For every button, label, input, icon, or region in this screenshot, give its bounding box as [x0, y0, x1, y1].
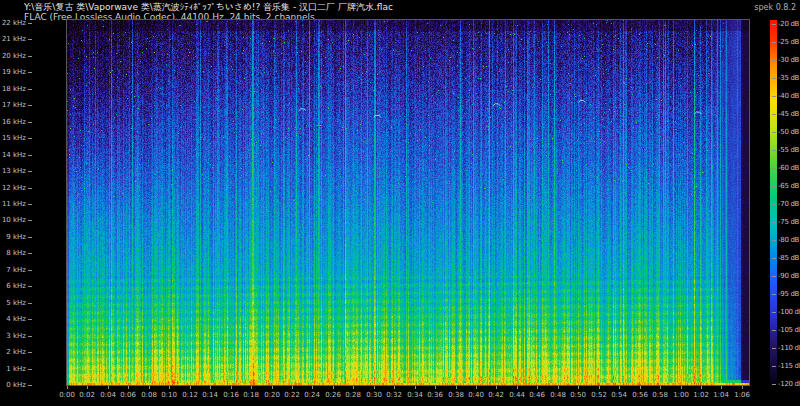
app-version-label: spek 0.8.2 [754, 3, 796, 12]
time-tick-mark [619, 386, 620, 389]
freq-tick-label: 16 kHz [0, 118, 26, 126]
freq-tick-mark [28, 369, 32, 370]
freq-tick-mark [28, 171, 32, 172]
time-tick-mark [231, 386, 232, 389]
freq-tick-mark [28, 56, 32, 57]
freq-tick-mark [28, 237, 32, 238]
time-tick-mark [128, 386, 129, 389]
freq-tick-label: 1 kHz [0, 365, 26, 373]
freq-tick-mark [28, 122, 32, 123]
db-tick-label: -60 dB [778, 164, 799, 172]
db-tick-mark [772, 114, 776, 115]
freq-tick-mark [28, 336, 32, 337]
db-tick-label: -20 dB [778, 20, 799, 28]
freq-tick-mark [28, 220, 32, 221]
freq-tick-label: 6 kHz [0, 282, 26, 290]
freq-tick-label: 14 kHz [0, 151, 26, 159]
time-tick-mark [456, 386, 457, 389]
time-tick-mark [169, 386, 170, 389]
spectrogram-plot-frame [66, 19, 750, 386]
freq-tick-mark [28, 39, 32, 40]
db-tick-label: -50 dB [778, 128, 799, 136]
db-tick-label: -75 dB [778, 218, 799, 226]
db-tick-mark [772, 312, 776, 313]
freq-tick-label: 18 kHz [0, 85, 26, 93]
freq-tick-label: 10 kHz [0, 216, 26, 224]
freq-tick-label: 13 kHz [0, 167, 26, 175]
freq-tick-label: 3 kHz [0, 332, 26, 340]
time-tick-mark [640, 386, 641, 389]
time-tick-mark [272, 386, 273, 389]
freq-tick-mark [28, 188, 32, 189]
freq-tick-label: 4 kHz [0, 315, 26, 323]
db-tick-label: -30 dB [778, 56, 799, 64]
time-tick-label: 1:06 [728, 391, 756, 399]
freq-tick-mark [28, 352, 32, 353]
db-tick-mark [772, 60, 776, 61]
db-tick-mark [772, 132, 776, 133]
freq-tick-label: 19 kHz [0, 68, 26, 76]
freq-tick-mark [28, 253, 32, 254]
db-tick-mark [772, 366, 776, 367]
db-tick-label: -65 dB [778, 182, 799, 190]
time-tick-mark [149, 386, 150, 389]
freq-tick-mark [28, 303, 32, 304]
time-tick-mark [353, 386, 354, 389]
freq-tick-mark [28, 23, 32, 24]
freq-tick-label: 20 kHz [0, 52, 26, 60]
freq-tick-mark [28, 385, 32, 386]
db-tick-mark [772, 384, 776, 385]
freq-tick-label: 9 kHz [0, 233, 26, 241]
time-tick-mark [108, 386, 109, 389]
db-tick-label: -110 dB [778, 344, 800, 352]
freq-tick-label: 11 kHz [0, 200, 26, 208]
freq-tick-mark [28, 286, 32, 287]
time-tick-mark [210, 386, 211, 389]
freq-tick-mark [28, 204, 32, 205]
time-tick-mark [251, 386, 252, 389]
time-tick-mark [496, 386, 497, 389]
db-tick-mark [772, 276, 776, 277]
time-tick-mark [67, 386, 68, 389]
db-tick-label: -45 dB [778, 110, 799, 118]
freq-tick-mark [28, 72, 32, 73]
db-tick-label: -85 dB [778, 254, 799, 262]
db-tick-label: -100 dB [778, 308, 800, 316]
time-tick-mark [660, 386, 661, 389]
db-tick-mark [772, 78, 776, 79]
freq-tick-label: 22 kHz [0, 19, 26, 27]
db-tick-mark [772, 204, 776, 205]
time-tick-mark [374, 386, 375, 389]
freq-tick-mark [28, 270, 32, 271]
freq-tick-mark [28, 105, 32, 106]
time-tick-mark [742, 386, 743, 389]
time-tick-mark [701, 386, 702, 389]
freq-tick-label: 21 kHz [0, 35, 26, 43]
freq-tick-mark [28, 319, 32, 320]
db-tick-mark [772, 150, 776, 151]
db-tick-label: -115 dB [778, 362, 800, 370]
db-tick-mark [772, 96, 776, 97]
time-tick-mark [333, 386, 334, 389]
freq-tick-label: 15 kHz [0, 134, 26, 142]
freq-tick-label: 8 kHz [0, 249, 26, 257]
file-path-title: Y:\音乐\复古 类\Vaporwave 类\蒸汽波ｼﾃｨﾎﾟｯﾌﾟちいさめ!?… [24, 3, 393, 12]
time-tick-mark [190, 386, 191, 389]
spek-window: Y:\音乐\复古 类\Vaporwave 类\蒸汽波ｼﾃｨﾎﾟｯﾌﾟちいさめ!?… [0, 0, 800, 406]
db-tick-mark [772, 240, 776, 241]
db-tick-mark [772, 222, 776, 223]
freq-tick-label: 17 kHz [0, 101, 26, 109]
db-tick-mark [772, 42, 776, 43]
db-tick-mark [772, 24, 776, 25]
freq-tick-mark [28, 89, 32, 90]
time-tick-mark [435, 386, 436, 389]
db-tick-mark [772, 186, 776, 187]
db-tick-label: -120 dB [778, 380, 800, 388]
time-tick-mark [599, 386, 600, 389]
time-tick-mark [394, 386, 395, 389]
spectrogram-canvas [67, 20, 749, 385]
db-tick-mark [772, 168, 776, 169]
time-tick-mark [537, 386, 538, 389]
db-tick-mark [772, 294, 776, 295]
freq-tick-label: 2 kHz [0, 348, 26, 356]
